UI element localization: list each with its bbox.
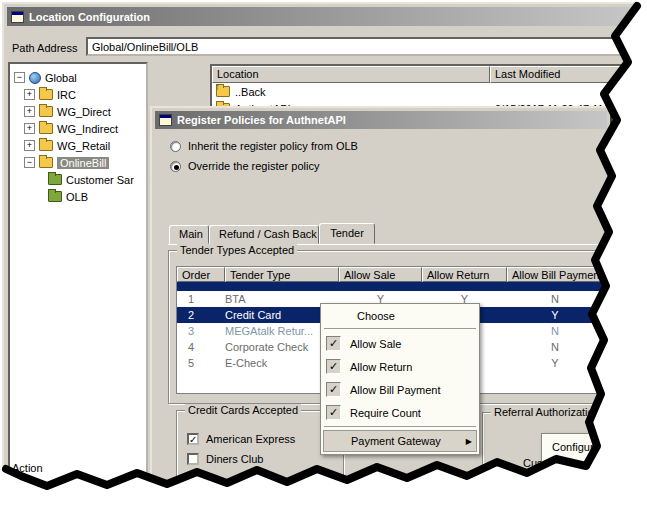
check-icon: ✓ [326,359,341,374]
collapse-icon[interactable]: − [24,157,35,168]
checkbox-diners-club[interactable]: Diners Club [177,449,343,469]
checkbox-checked-icon: ✓ [187,433,199,445]
cell-order: 2 [177,309,225,321]
checkbox-label: American Express [206,433,295,445]
checkbox-american-express[interactable]: ✓ American Express [177,429,343,449]
tree-item-wg-retail[interactable]: + WG_Retail [10,137,146,154]
expand-icon[interactable]: + [24,89,35,100]
menu-item-allow-return[interactable]: ✓ Allow Return [323,355,477,378]
tree-item-wg-direct[interactable]: + WG_Direct [10,103,146,120]
dialog-title: Register Policies for AuthnetAPI [177,114,346,126]
column-header-last-modified[interactable]: Last Modified [490,66,632,83]
tree-item-irc[interactable]: + IRC [10,86,146,103]
menu-item-label: Choose [357,310,395,322]
list-cell-name: ..Back [235,86,487,98]
radio-label: Override the register policy [188,160,319,172]
sublocation-folder-icon [48,174,62,185]
tree-item-label: WG_Retail [57,140,110,152]
grid-selection-bar [177,282,603,291]
menu-item-label: Allow Bill Payment [350,384,440,396]
tree-item-global[interactable]: − Global [10,69,146,86]
tree-item-label: Global [45,72,77,84]
credit-cards-group: Credit Cards Accepted ✓ American Express… [176,410,344,500]
path-address-label: Path Address [12,42,77,54]
column-header-allow-sale[interactable]: Allow Sale [339,267,422,282]
tree-item-label: IRC [57,89,76,101]
tree-item-customer[interactable]: Customer Sar [10,171,146,188]
dialog-titlebar[interactable]: Register Policies for AuthnetAPI [155,111,607,129]
check-icon: ✓ [326,405,341,420]
tab-refund-cash-back[interactable]: Refund / Cash Back [209,225,319,244]
cell-allow-bill: Y [507,309,603,321]
window-title: Location Configuration [29,11,150,23]
column-header-allow-return[interactable]: Allow Return [422,267,507,282]
tree-item-onlinebill[interactable]: − OnlineBill [10,154,146,171]
expand-icon[interactable]: + [24,106,35,117]
tab-strip: Main Refund / Cash Back Tender [169,225,375,244]
column-header-order[interactable]: Order [177,267,225,282]
menu-item-choose[interactable]: Choose [323,306,477,326]
tree-item-label-selected: OnlineBill [57,157,109,169]
globe-icon [29,72,41,84]
menu-item-label: Payment Gateway [351,435,441,447]
tree-item-label: Customer Sar [66,174,134,186]
check-icon: ✓ [326,382,341,397]
column-header-tender-type[interactable]: Tender Type [225,267,339,282]
submenu-item-configure[interactable]: Configure [544,436,604,457]
submenu-arrow-icon: ▶ [466,437,472,446]
up-arrow-icon: ↑ [215,81,220,92]
list-row-back[interactable]: ↑ ..Back [212,83,632,100]
menu-item-label: Remove [552,462,593,474]
menu-item-label: Allow Sale [350,338,401,350]
up-folder-icon: ↑ [216,86,230,97]
sublocation-folder-icon [48,191,62,202]
payment-gateway-submenu: Configure Remove [541,433,607,481]
list-header: Location Last Modified [212,66,632,83]
radio-override-policy[interactable]: Override the register policy [170,158,319,174]
tree-item-olb[interactable]: OLB [10,188,146,205]
location-folder-icon [39,106,53,117]
checkbox-unchecked-icon [187,453,199,465]
tab-main[interactable]: Main [169,225,209,244]
menu-item-allow-sale[interactable]: ✓ Allow Sale [323,332,477,355]
action-button-fragment[interactable]: Action [12,462,43,474]
group-title: Referral Authorization [491,406,603,418]
menu-item-label: Require Count [350,407,421,419]
cell-allow-bill: N [507,293,603,305]
menu-item-label: Allow Return [350,361,412,373]
path-address-input[interactable] [86,37,636,56]
radio-label: Inherit the register policy from OLB [188,140,358,152]
app-icon [11,11,24,23]
tree-item-label: OLB [66,191,88,203]
tab-tender[interactable]: Tender [319,223,375,244]
radio-icon-selected [170,161,181,172]
check-icon: ✓ [326,336,341,351]
menu-separator [324,426,476,428]
cell-allow-bill: N [507,325,603,337]
page-content: Location Configuration Path Address − Gl… [0,0,647,510]
location-folder-icon [39,157,53,168]
menu-item-require-count[interactable]: ✓ Require Count [323,401,477,424]
radio-inherit-policy[interactable]: Inherit the register policy from OLB [170,138,358,154]
location-folder-icon [39,140,53,151]
cell-order: 1 [177,293,225,305]
tree-item-label: WG_Direct [57,106,111,118]
menu-item-payment-gateway[interactable]: Payment Gateway ▶ [323,430,477,452]
tree-item-wg-indirect[interactable]: + WG_Indirect [10,120,146,137]
collapse-icon[interactable]: − [14,72,25,83]
window-titlebar[interactable]: Location Configuration [7,7,633,26]
submenu-item-remove[interactable]: Remove [544,457,604,478]
cell-order: 3 [177,325,225,337]
location-folder-icon [39,89,53,100]
column-header-location[interactable]: Location [212,66,490,83]
menu-item-allow-bill-payment[interactable]: ✓ Allow Bill Payment [323,378,477,401]
screenshot-stage: Location Configuration Path Address − Gl… [0,0,647,510]
radio-icon [170,141,181,152]
checkbox-label: Diners Club [206,453,263,465]
group-title: Tender Types Accepted [177,244,297,256]
column-header-allow-bill-payment[interactable]: Allow Bill Payment [507,267,603,282]
expand-icon[interactable]: + [24,123,35,134]
tree-item-label: WG_Indirect [57,123,118,135]
grid-header: Order Tender Type Allow Sale Allow Retur… [177,267,603,282]
expand-icon[interactable]: + [24,140,35,151]
